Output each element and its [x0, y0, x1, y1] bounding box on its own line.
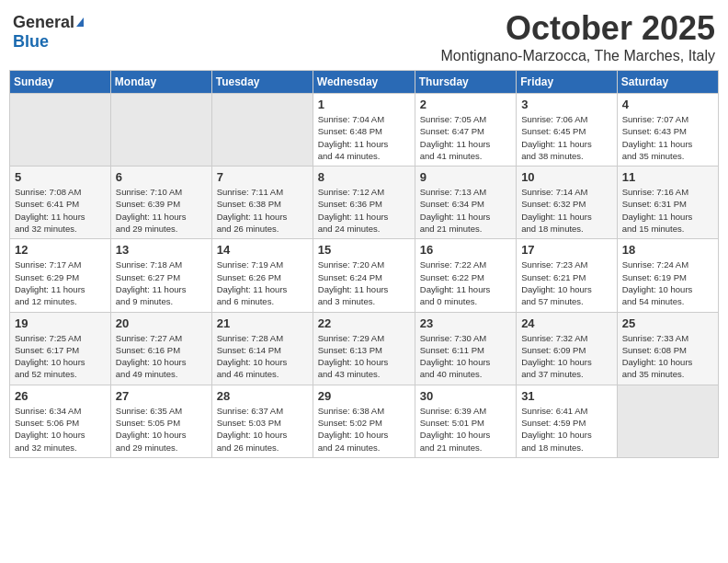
day-header-sunday: Sunday — [10, 71, 111, 94]
day-info: Sunrise: 7:05 AM Sunset: 6:47 PM Dayligh… — [420, 113, 511, 162]
day-header-monday: Monday — [110, 71, 211, 94]
day-info: Sunrise: 7:27 AM Sunset: 6:16 PM Dayligh… — [116, 332, 207, 381]
day-info: Sunrise: 7:33 AM Sunset: 6:08 PM Dayligh… — [622, 332, 713, 381]
day-number: 31 — [521, 389, 612, 403]
calendar-cell: 9Sunrise: 7:13 AM Sunset: 6:34 PM Daylig… — [415, 167, 516, 239]
day-number: 24 — [521, 316, 612, 330]
day-number: 12 — [15, 243, 106, 257]
calendar-cell: 7Sunrise: 7:11 AM Sunset: 6:38 PM Daylig… — [211, 167, 313, 239]
calendar-cell: 20Sunrise: 7:27 AM Sunset: 6:16 PM Dayli… — [110, 312, 211, 385]
day-info: Sunrise: 7:08 AM Sunset: 6:41 PM Dayligh… — [15, 186, 106, 235]
location-subtitle: Montignano-Marzocca, The Marches, Italy — [441, 48, 716, 64]
calendar-cell: 11Sunrise: 7:16 AM Sunset: 6:31 PM Dayli… — [617, 167, 718, 239]
calendar-cell: 16Sunrise: 7:22 AM Sunset: 6:22 PM Dayli… — [415, 239, 516, 312]
day-info: Sunrise: 7:20 AM Sunset: 6:24 PM Dayligh… — [318, 259, 410, 307]
calendar-cell: 1Sunrise: 7:04 AM Sunset: 6:48 PM Daylig… — [313, 94, 415, 167]
day-info: Sunrise: 7:18 AM Sunset: 6:27 PM Dayligh… — [116, 259, 207, 307]
day-number: 9 — [420, 170, 511, 184]
day-number: 15 — [318, 243, 410, 257]
calendar-week-row: 12Sunrise: 7:17 AM Sunset: 6:29 PM Dayli… — [10, 239, 719, 312]
day-number: 26 — [15, 389, 106, 403]
calendar-cell: 12Sunrise: 7:17 AM Sunset: 6:29 PM Dayli… — [10, 239, 111, 312]
day-number: 4 — [622, 98, 713, 111]
day-info: Sunrise: 7:10 AM Sunset: 6:39 PM Dayligh… — [116, 186, 207, 235]
day-number: 21 — [217, 316, 308, 330]
day-number: 6 — [116, 170, 207, 184]
day-number: 18 — [622, 243, 713, 257]
day-info: Sunrise: 7:29 AM Sunset: 6:13 PM Dayligh… — [318, 332, 410, 381]
calendar-cell: 3Sunrise: 7:06 AM Sunset: 6:45 PM Daylig… — [517, 94, 618, 167]
calendar-cell: 30Sunrise: 6:39 AM Sunset: 5:01 PM Dayli… — [415, 385, 516, 457]
header: General Blue October 2025 Montignano-Mar… — [9, 9, 719, 64]
day-number: 13 — [116, 243, 207, 257]
calendar-cell: 4Sunrise: 7:07 AM Sunset: 6:43 PM Daylig… — [617, 94, 718, 167]
day-info: Sunrise: 7:24 AM Sunset: 6:19 PM Dayligh… — [622, 259, 713, 307]
calendar-cell: 25Sunrise: 7:33 AM Sunset: 6:08 PM Dayli… — [617, 312, 718, 385]
day-number: 14 — [217, 243, 308, 257]
day-info: Sunrise: 6:37 AM Sunset: 5:03 PM Dayligh… — [217, 405, 308, 454]
calendar-cell: 29Sunrise: 6:38 AM Sunset: 5:02 PM Dayli… — [313, 385, 415, 457]
calendar-cell: 21Sunrise: 7:28 AM Sunset: 6:14 PM Dayli… — [211, 312, 313, 385]
logo: General Blue — [13, 13, 84, 52]
logo-general-text: General — [13, 13, 74, 32]
day-number: 16 — [420, 243, 511, 257]
calendar-cell: 27Sunrise: 6:35 AM Sunset: 5:05 PM Dayli… — [110, 385, 211, 457]
calendar-table: SundayMondayTuesdayWednesdayThursdayFrid… — [9, 70, 719, 458]
day-info: Sunrise: 7:23 AM Sunset: 6:21 PM Dayligh… — [521, 259, 612, 307]
calendar-cell: 26Sunrise: 6:34 AM Sunset: 5:06 PM Dayli… — [10, 385, 111, 457]
day-info: Sunrise: 6:34 AM Sunset: 5:06 PM Dayligh… — [15, 405, 106, 454]
day-info: Sunrise: 7:13 AM Sunset: 6:34 PM Dayligh… — [420, 186, 511, 235]
calendar-cell: 31Sunrise: 6:41 AM Sunset: 4:59 PM Dayli… — [517, 385, 618, 457]
day-number: 17 — [521, 243, 612, 257]
calendar-cell: 19Sunrise: 7:25 AM Sunset: 6:17 PM Dayli… — [10, 312, 111, 385]
month-title: October 2025 — [441, 9, 716, 48]
day-number: 10 — [521, 170, 612, 184]
day-header-thursday: Thursday — [415, 71, 516, 94]
day-info: Sunrise: 7:07 AM Sunset: 6:43 PM Dayligh… — [622, 113, 713, 162]
day-number: 3 — [521, 98, 612, 111]
day-info: Sunrise: 7:12 AM Sunset: 6:36 PM Dayligh… — [318, 186, 410, 235]
calendar-cell — [617, 385, 718, 457]
day-number: 1 — [318, 98, 410, 111]
day-info: Sunrise: 7:19 AM Sunset: 6:26 PM Dayligh… — [217, 259, 308, 307]
calendar-week-row: 5Sunrise: 7:08 AM Sunset: 6:41 PM Daylig… — [10, 167, 719, 239]
calendar-cell: 22Sunrise: 7:29 AM Sunset: 6:13 PM Dayli… — [313, 312, 415, 385]
day-number: 30 — [420, 389, 511, 403]
day-header-tuesday: Tuesday — [211, 71, 313, 94]
day-info: Sunrise: 7:14 AM Sunset: 6:32 PM Dayligh… — [521, 186, 612, 235]
day-number: 25 — [622, 316, 713, 330]
day-number: 8 — [318, 170, 410, 184]
calendar-cell: 18Sunrise: 7:24 AM Sunset: 6:19 PM Dayli… — [617, 239, 718, 312]
calendar-cell: 13Sunrise: 7:18 AM Sunset: 6:27 PM Dayli… — [110, 239, 211, 312]
calendar-week-row: 1Sunrise: 7:04 AM Sunset: 6:48 PM Daylig… — [10, 94, 719, 167]
calendar-week-row: 19Sunrise: 7:25 AM Sunset: 6:17 PM Dayli… — [10, 312, 719, 385]
day-info: Sunrise: 7:28 AM Sunset: 6:14 PM Dayligh… — [217, 332, 308, 381]
day-info: Sunrise: 7:06 AM Sunset: 6:45 PM Dayligh… — [521, 113, 612, 162]
day-number: 28 — [217, 389, 308, 403]
day-info: Sunrise: 7:25 AM Sunset: 6:17 PM Dayligh… — [15, 332, 106, 381]
day-info: Sunrise: 6:38 AM Sunset: 5:02 PM Dayligh… — [318, 405, 410, 454]
day-header-wednesday: Wednesday — [313, 71, 415, 94]
day-info: Sunrise: 7:30 AM Sunset: 6:11 PM Dayligh… — [420, 332, 511, 381]
day-info: Sunrise: 7:22 AM Sunset: 6:22 PM Dayligh… — [420, 259, 511, 307]
calendar-cell: 8Sunrise: 7:12 AM Sunset: 6:36 PM Daylig… — [313, 167, 415, 239]
day-number: 11 — [622, 170, 713, 184]
day-number: 22 — [318, 316, 410, 330]
day-info: Sunrise: 7:04 AM Sunset: 6:48 PM Dayligh… — [318, 113, 410, 162]
calendar-cell: 17Sunrise: 7:23 AM Sunset: 6:21 PM Dayli… — [517, 239, 618, 312]
title-area: October 2025 Montignano-Marzocca, The Ma… — [441, 9, 716, 64]
day-info: Sunrise: 7:16 AM Sunset: 6:31 PM Dayligh… — [622, 186, 713, 235]
calendar-cell — [211, 94, 313, 167]
calendar-week-row: 26Sunrise: 6:34 AM Sunset: 5:06 PM Dayli… — [10, 385, 719, 457]
calendar-cell — [10, 94, 111, 167]
day-number: 2 — [420, 98, 511, 111]
day-header-friday: Friday — [517, 71, 618, 94]
calendar-cell: 24Sunrise: 7:32 AM Sunset: 6:09 PM Dayli… — [517, 312, 618, 385]
day-number: 29 — [318, 389, 410, 403]
day-number: 19 — [15, 316, 106, 330]
logo-blue-text: Blue — [13, 32, 49, 52]
day-number: 20 — [116, 316, 207, 330]
calendar-cell: 6Sunrise: 7:10 AM Sunset: 6:39 PM Daylig… — [110, 167, 211, 239]
calendar-cell — [110, 94, 211, 167]
day-info: Sunrise: 6:35 AM Sunset: 5:05 PM Dayligh… — [116, 405, 207, 454]
